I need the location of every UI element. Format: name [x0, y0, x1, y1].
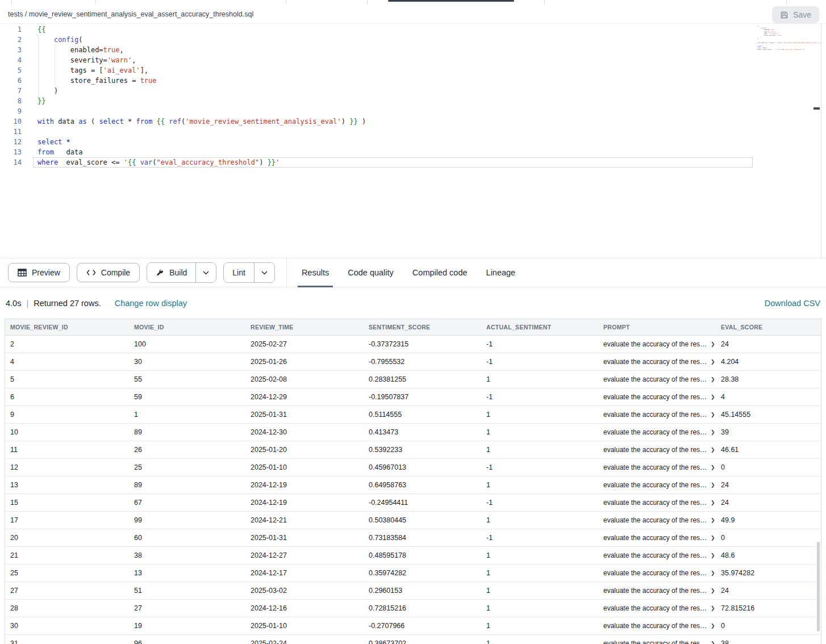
prompt-cell: evaluate the accuracy of the res…❯ [598, 516, 716, 524]
table-cell: 0.35974282 [364, 569, 481, 577]
tab-lineage[interactable]: Lineage [486, 258, 516, 287]
table-row: 21002025-02-27-0.37372315-1evaluate the … [5, 336, 821, 353]
prompt-expand-icon[interactable]: ❯ [711, 447, 715, 453]
table-cell: 24 [716, 587, 821, 595]
table-row: 28272024-12-160.728152161evaluate the ac… [5, 600, 821, 617]
code-lines[interactable]: 1{{2 config(3 enabled=true,4 severity='w… [0, 24, 753, 168]
preview-button[interactable]: Preview [8, 263, 70, 282]
table-cell: 24 [716, 481, 821, 489]
table-cell: 89 [129, 481, 245, 489]
prompt-expand-icon[interactable]: ❯ [711, 359, 715, 365]
table-cell: 51 [129, 587, 245, 595]
prompt-preview: evaluate the accuracy of the res… [603, 393, 707, 401]
prompt-expand-icon[interactable]: ❯ [711, 623, 715, 629]
prompt-preview: evaluate the accuracy of the res… [603, 551, 707, 559]
prompt-preview: evaluate the accuracy of the res… [603, 481, 707, 489]
table-cell: 28 [5, 604, 129, 612]
prompt-expand-icon[interactable]: ❯ [711, 465, 715, 470]
table-cell: 2024-12-19 [245, 499, 364, 507]
tab-code-quality[interactable]: Code quality [348, 258, 394, 287]
prompt-expand-icon[interactable]: ❯ [711, 641, 715, 644]
preview-label: Preview [32, 268, 60, 277]
prompt-expand-icon[interactable]: ❯ [711, 341, 715, 347]
table-cell: -1 [481, 463, 598, 471]
table-cell: 99 [129, 516, 245, 524]
change-row-display-link[interactable]: Change row display [115, 299, 187, 308]
table-cell: 0 [716, 622, 821, 630]
query-duration: 4.0s [6, 299, 21, 308]
table-cell: 0.38673702 [364, 639, 481, 644]
tab-divider [286, 0, 286, 5]
prompt-expand-icon[interactable]: ❯ [711, 553, 715, 558]
chevron-down-icon [261, 271, 268, 275]
tab-divider [367, 0, 368, 5]
lint-label: Lint [232, 268, 245, 277]
table-cell: 0.45967013 [364, 463, 481, 471]
table-row: 31962025-02-240.386737021evaluate the ac… [5, 635, 821, 644]
prompt-cell: evaluate the accuracy of the res…❯ [598, 481, 716, 489]
prompt-expand-icon[interactable]: ❯ [711, 394, 715, 400]
results-table: MOVIE_REVIEW_IDMOVIE_IDREVIEW_TIMESENTIM… [5, 319, 821, 644]
prompt-expand-icon[interactable]: ❯ [711, 412, 715, 417]
table-cell: 28.38 [716, 375, 821, 383]
table-cell: 35.974282 [716, 569, 821, 577]
status-divider: | [26, 299, 28, 308]
table-cell: 12 [5, 463, 129, 471]
prompt-expand-icon[interactable]: ❯ [711, 482, 715, 488]
table-cell: 72.815216 [716, 604, 821, 612]
line-number: 7 [0, 86, 33, 96]
prompt-expand-icon[interactable]: ❯ [711, 570, 715, 576]
prompt-preview: evaluate the accuracy of the res… [603, 569, 707, 577]
table-cell: 2025-01-20 [245, 446, 364, 454]
table-cell: 0.64958763 [364, 481, 481, 489]
active-file-tab-indicator [388, 0, 514, 2]
table-cell: 20 [5, 534, 129, 542]
line-number: 14 [0, 157, 33, 168]
table-cell: 1 [481, 481, 598, 489]
editor-minimap[interactable]: {{ config( enabled=true, severity='warn'… [757, 26, 821, 51]
prompt-expand-icon[interactable]: ❯ [711, 429, 715, 435]
download-csv-link[interactable]: Download CSV [765, 299, 820, 308]
prompt-expand-icon[interactable]: ❯ [711, 500, 715, 505]
compile-button[interactable]: Compile [77, 263, 140, 282]
line-number: 6 [0, 76, 33, 86]
table-cell: 0.28381255 [364, 375, 481, 383]
build-dropdown-button[interactable] [195, 263, 216, 282]
table-cell: 2024-12-19 [245, 481, 364, 489]
table-cell: 4 [716, 393, 821, 401]
table-cell: 19 [129, 622, 245, 630]
prompt-expand-icon[interactable]: ❯ [711, 377, 715, 382]
lint-dropdown-button[interactable] [254, 263, 274, 282]
prompt-expand-icon[interactable]: ❯ [711, 588, 715, 593]
save-label: Save [793, 10, 811, 19]
editor-scrollbar[interactable] [821, 24, 821, 258]
prompt-preview: evaluate the accuracy of the res… [603, 411, 707, 419]
table-vertical-scrollbar[interactable] [817, 542, 820, 632]
line-number: 11 [0, 127, 33, 137]
prompt-expand-icon[interactable]: ❯ [711, 605, 715, 611]
table-cell: 48.6 [716, 551, 821, 559]
tab-results[interactable]: Results [302, 258, 329, 287]
table-cell: 9 [5, 411, 129, 419]
prompt-cell: evaluate the accuracy of the res…❯ [598, 639, 716, 644]
prompt-cell: evaluate the accuracy of the res…❯ [598, 551, 716, 559]
table-row: 12252025-01-100.45967013-1evaluate the a… [5, 459, 821, 476]
table-cell: 25 [129, 463, 245, 471]
table-cell: -0.7955532 [364, 358, 481, 366]
build-button[interactable]: Build [147, 263, 195, 282]
table-cell: 5 [5, 375, 129, 383]
table-cell: 25 [5, 569, 129, 577]
lint-button[interactable]: Lint [224, 263, 254, 282]
code-icon [86, 269, 96, 276]
tab-compiled-code[interactable]: Compiled code [412, 258, 468, 287]
prompt-cell: evaluate the accuracy of the res…❯ [598, 587, 716, 595]
prompt-expand-icon[interactable]: ❯ [711, 535, 715, 541]
save-button[interactable]: Save [772, 6, 819, 23]
table-cell: 2024-12-30 [245, 428, 364, 436]
code-editor[interactable]: 1{{2 config(3 enabled=true,4 severity='w… [0, 24, 826, 258]
table-cell: -1 [481, 499, 598, 507]
prompt-expand-icon[interactable]: ❯ [711, 517, 715, 523]
column-header: REVIEW_TIME [245, 324, 364, 331]
table-cell: 6 [5, 393, 129, 401]
table-cell: 1 [481, 551, 598, 559]
